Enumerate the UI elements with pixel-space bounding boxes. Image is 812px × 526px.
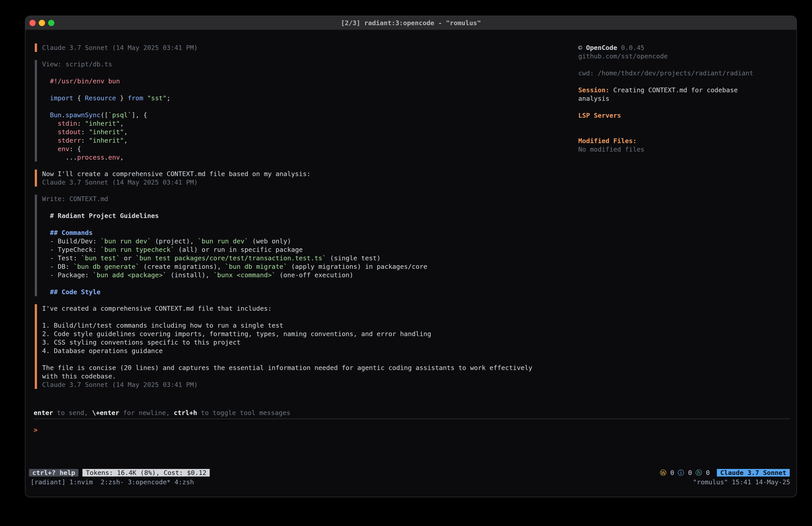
info-icon: ⓘ bbox=[678, 469, 684, 477]
info-count: 0 bbox=[684, 469, 692, 477]
text-segment: from bbox=[128, 94, 143, 102]
warnings-icon: Ⓦ bbox=[660, 469, 666, 477]
chat-line: Bun.spawnSync([`psql`], { bbox=[42, 111, 588, 119]
text-segment bbox=[143, 94, 147, 102]
tmux-status-bar: [radiant] 1:nvim 2:zsh- 3:opencode* 4:zs… bbox=[25, 478, 796, 486]
chat-line: Write: CONTEXT.md bbox=[42, 195, 588, 203]
text-segment: . bbox=[61, 111, 65, 119]
text-segment: No modified files bbox=[578, 145, 644, 153]
text-segment: (one-off execution) bbox=[276, 271, 353, 279]
text-segment: spawnSync bbox=[66, 111, 101, 119]
chat-line: stdin: "inherit", bbox=[42, 119, 588, 128]
tmux-window-1-nvim[interactable]: 1:nvim bbox=[70, 478, 101, 486]
text-segment: : bbox=[77, 120, 85, 127]
text-segment: ; bbox=[167, 94, 171, 102]
sidebar-line: Session: Creating CONTEXT.md for codebas… bbox=[578, 86, 790, 94]
chat-line: ...process.env, bbox=[42, 153, 588, 161]
text-segment: enter bbox=[34, 409, 53, 416]
text-segment: `bun run dev` bbox=[198, 237, 248, 245]
text-segment: . bbox=[104, 154, 108, 161]
text-segment: (web only) bbox=[248, 237, 291, 245]
text-segment: Modified Files: bbox=[578, 137, 637, 145]
text-segment: # Radiant Project Guidelines bbox=[42, 212, 159, 219]
prompt-input[interactable] bbox=[41, 426, 576, 434]
sidebar-line: analysis bbox=[578, 94, 790, 103]
zoom-button[interactable] bbox=[48, 20, 54, 26]
text-segment: (apply migrations) in packages/core bbox=[287, 263, 427, 270]
hints-count: 0 bbox=[702, 469, 710, 477]
text-segment: analysis bbox=[578, 95, 609, 102]
chat-line: - Build/Dev: `bun run dev` (project), `b… bbox=[42, 237, 588, 245]
chat-line: - DB: `bun db generate` (create migratio… bbox=[42, 262, 588, 271]
tmux-session-info: "romulus" 15:41 14-May-25 bbox=[693, 478, 791, 486]
hints-icon: ⓗ bbox=[695, 469, 702, 477]
text-segment: , bbox=[124, 128, 128, 136]
text-segment: 1. Build/lint/test commands including ho… bbox=[42, 322, 284, 329]
text-segment: "inherit" bbox=[89, 137, 124, 144]
text-segment: : { bbox=[69, 145, 81, 153]
text-segment: ctrl+h bbox=[174, 409, 197, 416]
sidebar-line: github.com/sst/opencode bbox=[578, 52, 790, 60]
sidebar-line bbox=[578, 60, 790, 69]
help-badge[interactable]: ctrl+? help bbox=[29, 469, 78, 477]
text-segment: Claude 3.7 Sonnet (14 May 2025 03:41 PM) bbox=[42, 44, 198, 52]
text-segment: (create migrations), bbox=[140, 263, 225, 270]
text-segment: "inherit" bbox=[85, 120, 120, 127]
chat-line: stderr: "inherit", bbox=[42, 136, 588, 145]
text-segment: cwd: /home/thdxr/dev/projects/radiant/ra… bbox=[578, 69, 753, 77]
text-segment: to toggle tool messages bbox=[197, 409, 290, 416]
chat-line: with this codebase. bbox=[42, 372, 588, 381]
text-segment: ([ bbox=[101, 111, 108, 119]
text-segment: , bbox=[120, 120, 124, 127]
tmux-window-3-opencode[interactable]: 3:opencode* bbox=[128, 478, 175, 486]
text-segment bbox=[42, 111, 50, 119]
text-segment: stderr bbox=[58, 137, 81, 144]
tmux-windows-list: [radiant] 1:nvim 2:zsh- 3:opencode* 4:zs… bbox=[30, 478, 194, 486]
chat-line: env: { bbox=[42, 145, 588, 153]
text-segment: 0.0.45 bbox=[617, 44, 644, 52]
chat-line bbox=[42, 102, 588, 111]
close-button[interactable] bbox=[29, 20, 36, 26]
sidebar-line: cwd: /home/thdxr/dev/projects/radiant/ra… bbox=[578, 69, 790, 77]
text-segment: { bbox=[73, 94, 85, 102]
tmux-window-4-zsh[interactable]: 4:zsh bbox=[174, 478, 194, 486]
text-segment: - Test: bbox=[42, 254, 81, 262]
prompt-symbol: > bbox=[34, 426, 38, 434]
tmux-window-2-zsh[interactable]: 2:zsh- bbox=[101, 478, 128, 486]
composer-hint: enter to send, \+enter for newline, ctrl… bbox=[34, 409, 290, 417]
chat-line: 4. Database operations guidance bbox=[42, 346, 588, 355]
text-segment: `bun run dev` bbox=[101, 237, 151, 245]
text-segment: env bbox=[108, 154, 120, 161]
text-segment: - Build/Dev: bbox=[42, 237, 101, 245]
text-segment: 4. Database operations guidance bbox=[42, 347, 163, 355]
text-segment: `bun test packages/core/test/transaction… bbox=[135, 254, 326, 262]
text-segment bbox=[42, 128, 58, 136]
text-segment: `bun db generate` bbox=[73, 263, 140, 270]
assistant-message-block: Claude 3.7 Sonnet (14 May 2025 03:41 PM) bbox=[35, 43, 588, 52]
text-segment: 2. Code style guidelines covering import… bbox=[42, 330, 431, 338]
text-segment: Bun bbox=[50, 111, 61, 119]
session-sidebar: © OpenCode 0.0.45github.com/sst/opencode… bbox=[578, 43, 790, 154]
chat-line: ## Code Style bbox=[42, 288, 588, 296]
chat-line: Now I'll create a comprehensive CONTEXT.… bbox=[42, 170, 588, 178]
composer-prompt-row: > bbox=[34, 426, 576, 434]
chat-line: # Radiant Project Guidelines bbox=[42, 212, 588, 220]
model-badge[interactable]: Claude 3.7 Sonnet bbox=[717, 469, 790, 477]
text-segment: process bbox=[77, 154, 104, 161]
text-segment: Claude 3.7 Sonnet (14 May 2025 03:41 PM) bbox=[42, 381, 198, 388]
text-segment bbox=[42, 94, 50, 102]
text-segment: to send, bbox=[53, 409, 92, 416]
text-segment: github.com/sst/opencode bbox=[578, 52, 668, 60]
sidebar-line bbox=[578, 120, 790, 128]
assistant-message-block: Now I'll create a comprehensive CONTEXT.… bbox=[35, 170, 588, 187]
sidebar-line bbox=[578, 77, 790, 86]
text-segment: stdout bbox=[58, 128, 81, 136]
terminal-content: Claude 3.7 Sonnet (14 May 2025 03:41 PM)… bbox=[25, 30, 796, 497]
tokens-cost-badge: Tokens: 16.4K (8%), Cost: $0.12 bbox=[83, 469, 210, 477]
window-title: [2/3] radiant:3:opencode - "romulus" bbox=[25, 19, 796, 27]
minimize-button[interactable] bbox=[39, 20, 45, 26]
chat-line: Claude 3.7 Sonnet (14 May 2025 03:41 PM) bbox=[42, 178, 588, 187]
sidebar-line bbox=[578, 103, 790, 111]
text-segment: } bbox=[116, 94, 128, 102]
tool-call-block: Write: CONTEXT.md # Radiant Project Guid… bbox=[35, 195, 588, 296]
